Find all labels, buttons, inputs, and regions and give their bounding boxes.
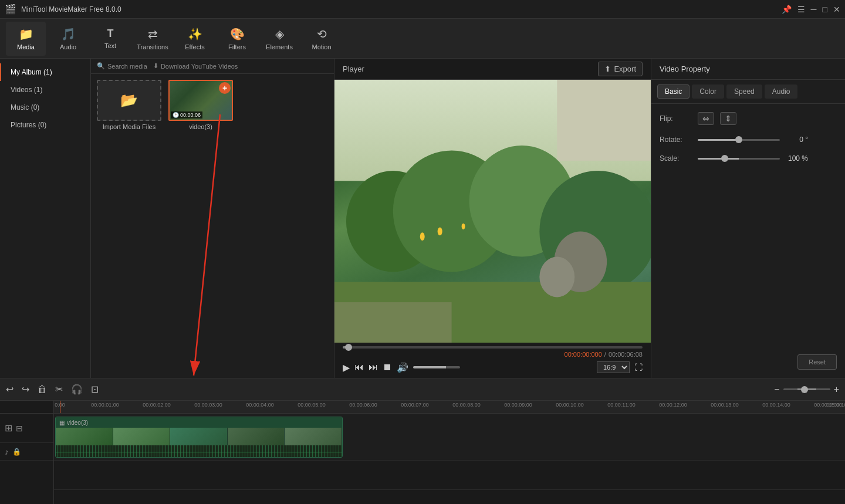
volume-slider[interactable]: [413, 366, 460, 368]
flip-label: Flip:: [660, 114, 692, 123]
import-media-item[interactable]: 📂 Import Media Files: [97, 80, 161, 130]
crop-button[interactable]: ⊡: [91, 384, 99, 395]
video-thumb[interactable]: 🕐 00:00:06 +: [168, 80, 233, 121]
export-button[interactable]: ⬆ Export: [598, 62, 643, 76]
sidebar-item-videos[interactable]: Videos (1): [0, 81, 90, 99]
sidebar-item-music[interactable]: Music (0): [0, 99, 90, 116]
fullscreen-button[interactable]: ⛶: [634, 363, 643, 372]
titlebar-left: 🎬 MiniTool MovieMaker Free 8.0.0: [5, 4, 121, 15]
toolbar-label-audio: Audio: [60, 43, 76, 50]
rotate-value: 0 °: [785, 136, 808, 144]
toolbar-item-media[interactable]: 📁 Media: [6, 22, 46, 56]
ruler-tick-9: 00:00:09:00: [504, 402, 532, 408]
scale-label: Scale:: [660, 154, 692, 163]
aspect-ratio-select[interactable]: 16:9 9:16 1:1 4:3: [597, 361, 630, 373]
app-title: MiniTool MovieMaker Free 8.0.0: [21, 5, 121, 13]
delete-button[interactable]: 🗑: [38, 384, 47, 395]
ruler-tick-8: 00:00:08:00: [452, 402, 481, 408]
ruler-tick-3: 00:00:03:00: [194, 402, 222, 408]
time-display: 00:00:00:000 / 00:00:06:08: [343, 351, 643, 358]
video-clip[interactable]: ▦ video(3): [55, 417, 343, 458]
export-icon: ⬆: [604, 65, 611, 73]
video-media-item[interactable]: 🕐 00:00:06 + video(3): [168, 80, 233, 130]
thumb-seg-3: [170, 428, 228, 445]
tab-color[interactable]: Color: [692, 84, 724, 99]
media-grid: 📂 Import Media Files 🕐 00:00:06: [91, 74, 334, 378]
pin-icon[interactable]: 📌: [782, 5, 792, 14]
toolbar-item-audio[interactable]: 🎵 Audio: [48, 22, 88, 56]
sidebar-item-pictures[interactable]: Pictures (0): [0, 116, 90, 134]
zoom-out-button[interactable]: −: [774, 384, 779, 395]
close-button[interactable]: ✕: [833, 5, 840, 14]
play-button[interactable]: ▶: [343, 362, 350, 373]
toolbar-item-transitions[interactable]: ⇄ Transitions: [133, 22, 173, 56]
transitions-icon: ⇄: [148, 27, 158, 41]
tab-audio[interactable]: Audio: [765, 84, 798, 99]
tab-basic[interactable]: Basic: [657, 84, 689, 99]
player-header: Player ⬆ Export: [334, 59, 651, 80]
motion-icon: ⟲: [317, 27, 327, 41]
thumb-seg-4: [228, 428, 285, 445]
flip-row: Flip: ⇔ ⇕: [660, 112, 837, 125]
thumb-seg-1: [56, 428, 113, 445]
add-track-icon[interactable]: ⊞: [5, 422, 12, 434]
ruler-tick-1: 00:00:01:00: [91, 402, 119, 408]
main-area: My Album (1) Videos (1) Music (0) Pictur…: [0, 59, 845, 378]
toolbar-item-effects[interactable]: ✨ Effects: [175, 22, 215, 56]
scale-slider[interactable]: [698, 158, 780, 160]
minimize-button[interactable]: ─: [811, 5, 817, 14]
sidebar-item-album[interactable]: My Album (1): [0, 63, 90, 81]
menu-icon[interactable]: ☰: [797, 5, 805, 14]
import-thumb[interactable]: 📂: [97, 80, 161, 121]
download-label: Download YouTube Videos: [161, 63, 238, 70]
volume-icon[interactable]: 🔊: [397, 362, 408, 373]
toolbar-label-transitions: Transitions: [137, 43, 168, 50]
flip-horizontal-button[interactable]: ⇔: [698, 112, 714, 125]
search-box[interactable]: 🔍 Search media: [97, 62, 147, 70]
current-time: 00:00:00:000: [565, 351, 602, 358]
maximize-button[interactable]: □: [823, 5, 827, 14]
right-panel: Video Property Basic Color Speed Audio F…: [651, 59, 845, 378]
prev-button[interactable]: ⏮: [354, 362, 364, 373]
download-youtube-link[interactable]: ⬇ Download YouTube Videos: [153, 62, 238, 70]
timeline: ↩ ↪ 🗑 ✂ 🎧 ⊡ − + ⊞ ⊟ ♪ 🔒: [0, 378, 845, 504]
media-icon: 📁: [19, 27, 33, 41]
toolbar-item-motion[interactable]: ⟲ Motion: [302, 22, 342, 56]
lock-icon[interactable]: 🔒: [12, 448, 21, 456]
redo-button[interactable]: ↪: [22, 384, 29, 395]
wave-center-line: [56, 452, 342, 452]
progress-bar[interactable]: [343, 346, 643, 349]
toolbar-item-elements[interactable]: ◈ Elements: [259, 22, 299, 56]
player-video: [334, 80, 651, 343]
add-to-timeline-button[interactable]: +: [219, 82, 231, 94]
video-track: ▦ video(3): [54, 414, 845, 461]
toolbar-item-filters[interactable]: 🎨 Filters: [217, 22, 257, 56]
toolbar-label-motion: Motion: [312, 43, 331, 50]
clock-icon: 🕐: [173, 112, 179, 118]
toolbar-label-filters: Filters: [228, 43, 246, 50]
copy-track-icon[interactable]: ⊟: [16, 424, 23, 433]
toolbar-item-text[interactable]: T Text: [90, 22, 130, 56]
scale-slider-container: 100 %: [698, 154, 837, 163]
cut-button[interactable]: ✂: [55, 384, 63, 395]
undo-button[interactable]: ↩: [6, 384, 13, 395]
audio-button[interactable]: 🎧: [71, 384, 83, 395]
stop-button[interactable]: ⏹: [383, 362, 392, 373]
rotate-slider[interactable]: [698, 139, 780, 141]
zoom-in-button[interactable]: +: [834, 384, 839, 395]
zoom-slider[interactable]: [783, 388, 830, 390]
tab-speed[interactable]: Speed: [726, 84, 762, 99]
titlebar-controls: 📌 ☰ ─ □ ✕: [782, 5, 840, 14]
rotate-row: Rotate: 0 °: [660, 136, 837, 144]
elements-icon: ◈: [275, 27, 284, 41]
video-thumbnail: 🕐 00:00:06 +: [168, 80, 233, 121]
next-button[interactable]: ⏭: [369, 362, 378, 373]
ruler-tick-0: 0:00: [55, 402, 65, 408]
main-toolbar: 📁 Media 🎵 Audio T Text ⇄ Transitions ✨ E…: [0, 19, 845, 59]
preview-svg: [334, 80, 651, 343]
reset-button[interactable]: Reset: [797, 354, 837, 370]
svg-point-10: [438, 228, 442, 236]
import-label: Import Media Files: [103, 123, 156, 130]
timeline-tracks: 0:00 00:00:01:00 00:00:02:00 00:00:03:00…: [54, 401, 845, 504]
flip-vertical-button[interactable]: ⇕: [720, 112, 736, 125]
